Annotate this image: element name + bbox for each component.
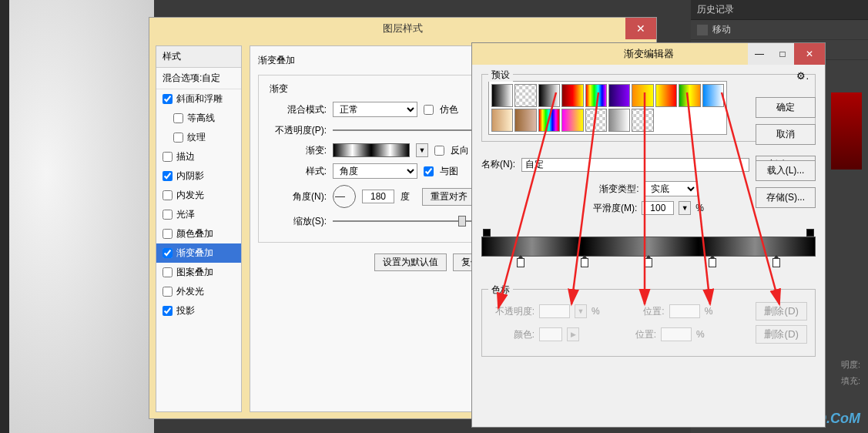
style-item[interactable]: 描边	[156, 147, 241, 166]
style-checkbox[interactable]	[163, 210, 173, 220]
style-label: 渐变叠加	[176, 247, 213, 260]
align-checkbox[interactable]	[424, 166, 434, 176]
style-checkbox[interactable]	[163, 171, 173, 181]
style-item[interactable]: 渐变叠加	[156, 243, 241, 263]
dialog-title: 渐变编辑器	[624, 47, 674, 61]
load-button[interactable]: 载入(L)...	[756, 160, 816, 181]
preset-swatch[interactable]	[514, 109, 536, 132]
preset-grid	[488, 81, 727, 135]
smoothness-input[interactable]	[642, 201, 674, 215]
preset-swatch[interactable]	[632, 109, 653, 132]
styles-header[interactable]: 样式	[156, 46, 241, 68]
angle-wheel[interactable]	[333, 185, 356, 208]
style-label: 图案叠加	[176, 266, 213, 279]
preset-swatch[interactable]	[514, 84, 536, 107]
preset-swatch[interactable]	[655, 84, 677, 107]
preset-swatch[interactable]	[585, 84, 607, 107]
style-checkbox[interactable]	[163, 248, 173, 258]
layer-style-titlebar[interactable]: 图层样式 ✕	[149, 18, 656, 39]
opacity-stop[interactable]	[806, 229, 814, 237]
reverse-label: 反向	[451, 144, 469, 157]
make-default-button[interactable]: 设置为默认值	[374, 253, 447, 271]
style-checkbox[interactable]	[163, 94, 173, 104]
style-label: 斜面和浮雕	[176, 92, 223, 106]
angle-label: 角度(N):	[266, 190, 327, 203]
preset-swatch[interactable]	[538, 109, 560, 132]
preset-swatch[interactable]	[608, 109, 630, 132]
name-label: 名称(N):	[481, 158, 515, 171]
preset-swatch[interactable]	[561, 84, 583, 107]
style-label: 样式:	[266, 165, 327, 178]
preset-swatch[interactable]	[632, 84, 653, 107]
maximize-button[interactable]: □	[771, 43, 794, 65]
gradient-bar[interactable]	[481, 237, 816, 257]
history-panel-title: 历史记录	[691, 0, 868, 20]
reverse-checkbox[interactable]	[434, 146, 444, 156]
save-button[interactable]: 存储(S)...	[756, 187, 816, 208]
smoothness-dropdown[interactable]: ▼	[679, 201, 691, 215]
style-checkbox[interactable]	[173, 113, 183, 123]
style-item[interactable]: 纹理	[156, 128, 241, 147]
style-checkbox[interactable]	[163, 306, 173, 316]
style-item[interactable]: 颜色叠加	[156, 224, 241, 243]
gear-icon[interactable]: ⚙.	[796, 70, 809, 82]
style-item[interactable]: 外发光	[156, 282, 241, 301]
position-label: 位置:	[620, 305, 665, 318]
blending-options[interactable]: 混合选项:自定	[156, 68, 241, 89]
color-stop[interactable]	[581, 258, 588, 267]
dialog-title: 图层样式	[383, 22, 423, 35]
style-label: 内阴影	[176, 170, 204, 183]
close-button[interactable]: ✕	[625, 18, 656, 39]
style-item[interactable]: 光泽	[156, 205, 241, 224]
style-checkbox[interactable]	[163, 229, 173, 239]
preset-swatch[interactable]	[585, 109, 607, 132]
gradient-type-select[interactable]: 实底	[644, 181, 698, 196]
preset-swatch[interactable]	[538, 84, 560, 107]
reset-align-button[interactable]: 重置对齐	[422, 188, 476, 206]
color-stop[interactable]	[645, 258, 652, 267]
style-checkbox[interactable]	[163, 267, 173, 277]
smoothness-label: 平滑度(M):	[593, 202, 637, 215]
delete-button: 删除(D)	[756, 302, 807, 321]
style-item[interactable]: 等高线	[156, 109, 241, 128]
style-item[interactable]: 斜面和浮雕	[156, 89, 241, 109]
style-item[interactable]: 图案叠加	[156, 263, 241, 282]
style-checkbox[interactable]	[163, 152, 173, 162]
style-label: 颜色叠加	[176, 227, 213, 240]
preset-swatch[interactable]	[561, 109, 583, 132]
color-stop[interactable]	[517, 258, 524, 267]
minimize-button[interactable]: —	[748, 43, 771, 65]
cancel-button[interactable]: 取消	[756, 124, 816, 145]
gradient-dropdown[interactable]: ▼	[416, 143, 428, 157]
preset-swatch[interactable]	[491, 109, 513, 132]
stop-opacity-input	[539, 304, 570, 318]
dither-checkbox[interactable]	[424, 105, 434, 115]
history-item[interactable]: 移动	[691, 20, 868, 40]
style-checkbox[interactable]	[163, 190, 173, 200]
preset-swatch[interactable]	[702, 84, 724, 107]
style-label: 内发光	[176, 189, 204, 202]
close-button[interactable]: ✕	[794, 43, 825, 65]
color-stop[interactable]	[709, 258, 716, 267]
opacity-stop[interactable]	[483, 229, 491, 237]
gradient-preview[interactable]	[333, 143, 410, 157]
style-item[interactable]: 投影	[156, 301, 241, 321]
blend-mode-select[interactable]: 正常	[333, 102, 417, 117]
style-select[interactable]: 角度	[333, 163, 417, 179]
style-checkbox[interactable]	[173, 133, 183, 143]
style-label: 纹理	[187, 131, 206, 144]
gradient-editor-titlebar[interactable]: 渐变编辑器 — □ ✕	[472, 43, 825, 65]
ok-button[interactable]: 确定	[756, 97, 816, 118]
style-item[interactable]: 内阴影	[156, 166, 241, 186]
preset-swatch[interactable]	[491, 84, 513, 107]
preset-swatch[interactable]	[608, 84, 630, 107]
preset-swatch[interactable]	[679, 84, 700, 107]
degree-label: 度	[400, 190, 410, 203]
angle-input[interactable]	[362, 190, 394, 203]
name-input[interactable]	[521, 158, 749, 172]
color-stop[interactable]	[772, 258, 780, 267]
history-label: 移动	[712, 23, 731, 36]
style-checkbox[interactable]	[163, 287, 173, 297]
style-label: 等高线	[187, 112, 215, 125]
style-item[interactable]: 内发光	[156, 186, 241, 205]
